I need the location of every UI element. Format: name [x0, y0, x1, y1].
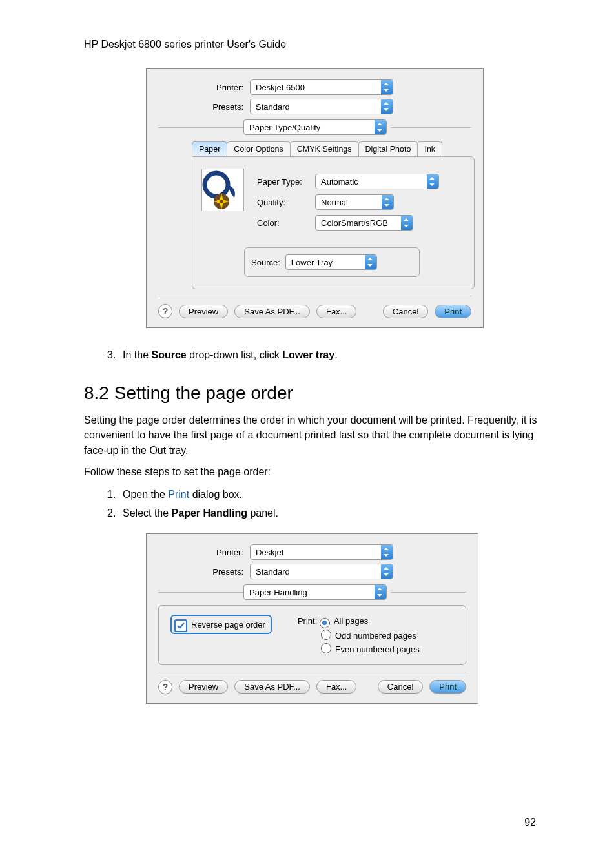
presets-value: Standard [251, 102, 381, 112]
fax-button[interactable]: Fax... [316, 305, 357, 318]
cancel-button[interactable]: Cancel [378, 680, 423, 694]
page-header: HP Deskjet 6800 series printer User's Gu… [84, 39, 539, 50]
radio-even-pages[interactable] [321, 643, 331, 653]
preview-button[interactable]: Preview [179, 680, 228, 694]
radio-odd-pages[interactable] [321, 630, 331, 640]
print-button[interactable]: Print [435, 305, 471, 318]
tab-bar: Paper Color Options CMYK Settings Digita… [192, 141, 471, 156]
help-button[interactable]: ? [158, 304, 172, 318]
radio-odd-pages-label: Odd numbered pages [335, 631, 416, 641]
radio-all-pages[interactable] [320, 618, 330, 628]
print-link[interactable]: Print [168, 489, 189, 500]
tab-digital-photo[interactable]: Digital Photo [358, 141, 418, 156]
preview-button[interactable]: Preview [179, 305, 228, 318]
color-value: ColorSmart/sRGB [316, 218, 401, 228]
cancel-button[interactable]: Cancel [383, 305, 428, 318]
page-number: 92 [524, 817, 536, 828]
source-value: Lower Tray [286, 258, 365, 267]
quality-label: Quality: [257, 198, 315, 207]
section-paragraph-2: Follow these steps to set the page order… [84, 464, 539, 479]
tab-body-paper: Paper Type: Automatic Quality: Normal [192, 156, 475, 289]
print-dialog-paper-type: Printer: Deskjet 6500 Presets: Standard … [146, 68, 484, 328]
dropdown-arrow-icon [375, 585, 386, 599]
dropdown-arrow-icon [381, 80, 393, 94]
dropdown-arrow-icon [382, 195, 393, 209]
tab-paper[interactable]: Paper [192, 141, 227, 156]
print-label: Print: [298, 616, 317, 626]
source-group: Source: Lower Tray [244, 247, 420, 277]
fax-button[interactable]: Fax... [316, 680, 357, 694]
quality-value: Normal [316, 198, 382, 207]
printer-value: Deskjet 6500 [251, 83, 381, 92]
section-paragraph-1: Setting the page order determines the or… [84, 413, 539, 458]
source-label: Source: [251, 258, 280, 267]
save-as-pdf-button[interactable]: Save As PDF... [234, 305, 310, 318]
printer-dropdown[interactable]: Deskjet 6500 [250, 79, 393, 95]
step-3: 3. In the Source drop-down list, click L… [107, 346, 539, 364]
color-dropdown[interactable]: ColorSmart/sRGB [315, 215, 413, 231]
help-button[interactable]: ? [158, 680, 172, 694]
presets-dropdown[interactable]: Standard [250, 564, 393, 579]
dropdown-arrow-icon [375, 120, 386, 134]
button-bar: ? Preview Save As PDF... Fax... Cancel P… [158, 304, 471, 318]
step-number: 3. [107, 346, 123, 364]
reverse-page-order-label: Reverse page order [191, 620, 265, 630]
radio-all-pages-label: All pages [334, 616, 368, 626]
section-heading: 8.2 Setting the page order [84, 383, 539, 404]
print-dialog-paper-handling: Printer: Deskjet Presets: Standard Paper… [146, 533, 478, 704]
reverse-page-order-highlight: Reverse page order [170, 615, 272, 634]
panel-value: Paper Type/Quality [244, 123, 375, 132]
button-bar: ? Preview Save As PDF... Fax... Cancel P… [158, 680, 466, 694]
presets-label: Presets: [158, 102, 250, 112]
dropdown-arrow-icon [381, 99, 393, 114]
step-number: 1. [107, 486, 123, 503]
print-button[interactable]: Print [429, 680, 466, 694]
print-pages-group: Print: All pages Odd numbered pages Even… [298, 615, 420, 655]
reverse-page-order-checkbox[interactable] [174, 619, 187, 632]
dropdown-arrow-icon [381, 545, 393, 559]
printer-dropdown[interactable]: Deskjet [250, 544, 393, 560]
dropdown-arrow-icon [427, 174, 438, 189]
printer-value: Deskjet [251, 548, 381, 557]
step-1: 1. Open the Print dialog box. [107, 486, 539, 503]
presets-value: Standard [251, 567, 381, 577]
panel-value: Paper Handling [244, 588, 375, 597]
paper-type-value: Automatic [316, 177, 427, 187]
panel-dropdown[interactable]: Paper Handling [243, 584, 387, 600]
printer-label: Printer: [158, 83, 250, 92]
dropdown-arrow-icon [401, 216, 413, 230]
color-label: Color: [257, 218, 315, 228]
source-dropdown[interactable]: Lower Tray [285, 254, 377, 270]
quality-dropdown[interactable]: Normal [315, 194, 394, 210]
paper-type-dropdown[interactable]: Automatic [315, 174, 439, 189]
presets-dropdown[interactable]: Standard [250, 99, 393, 114]
tab-color-options[interactable]: Color Options [227, 141, 290, 156]
paper-handling-body: Reverse page order Print: All pages Odd … [158, 605, 466, 665]
panel-dropdown[interactable]: Paper Type/Quality [243, 119, 387, 135]
dropdown-arrow-icon [365, 255, 376, 269]
tab-ink[interactable]: Ink [417, 141, 442, 156]
radio-even-pages-label: Even numbered pages [335, 644, 420, 654]
paper-type-label: Paper Type: [257, 177, 315, 187]
preview-thumbnail [201, 169, 244, 211]
dropdown-arrow-icon [381, 564, 393, 579]
presets-label: Presets: [158, 567, 250, 577]
printer-label: Printer: [158, 548, 250, 557]
step-2: 2. Select the Paper Handling panel. [107, 504, 539, 522]
save-as-pdf-button[interactable]: Save As PDF... [234, 680, 310, 694]
step-number: 2. [107, 504, 123, 522]
tab-cmyk-settings[interactable]: CMYK Settings [290, 141, 359, 156]
